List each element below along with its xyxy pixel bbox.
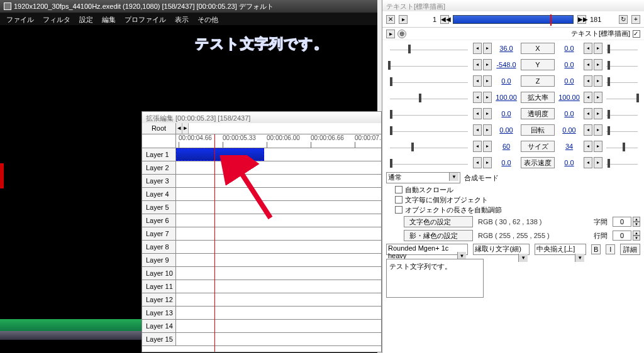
param-value-right[interactable]: 0.0 [556,77,582,85]
layer-label[interactable]: Layer 4 [142,188,176,200]
menu-profile[interactable]: プロファイル [125,15,166,23]
param-value-left[interactable]: 0.00 [493,126,519,134]
nudge-right-icon[interactable]: ▸ [594,92,602,103]
layer-label[interactable]: Layer 13 [142,307,176,319]
param-slider-left[interactable] [386,141,472,151]
layer-track[interactable] [176,320,381,332]
nudge-right-icon[interactable]: ▸ [483,157,492,168]
audio-track-1[interactable] [0,319,142,332]
param-slider-right[interactable] [604,76,640,86]
layer-track[interactable] [176,267,381,280]
param-slider-right[interactable] [604,125,640,135]
layer-label[interactable]: Layer 6 [142,214,176,227]
menu-view[interactable]: 表示 [175,15,189,23]
layer-label[interactable]: Layer 15 [142,333,176,345]
shadow-color-button[interactable]: 影・縁色の設定 [404,230,473,241]
nudge-right-icon[interactable]: ▸ [594,108,602,119]
nudge-right-icon[interactable]: ▸ [483,59,492,70]
timeline-hscroll[interactable]: ◂▸ [176,123,381,134]
param-value-right[interactable]: 34 [556,143,582,150]
spin-up-icon[interactable]: ▲ [633,231,640,236]
layer-label[interactable]: Layer 7 [142,227,176,240]
section-enable-check[interactable] [633,30,640,38]
nudge-right-icon[interactable]: ▸ [594,124,602,136]
param-value-left[interactable]: -548.0 [493,61,519,68]
nudge-right-icon[interactable]: ▸ [483,92,492,103]
param-slider-left[interactable] [386,158,472,168]
layer-label[interactable]: Layer 1 [142,148,176,161]
audio-track-2[interactable] [0,331,142,340]
layer-track[interactable] [176,280,381,293]
layer-label[interactable]: Layer 5 [142,201,176,214]
preview-text-object[interactable]: テスト文字列です。 [195,35,328,53]
param-value-left[interactable]: 100.00 [493,94,519,101]
prev-strip-icon[interactable]: ▸ [399,15,408,24]
param-name-button[interactable]: 表示速度 [521,157,555,168]
nudge-left-icon[interactable]: ◂ [584,108,592,119]
char-spacing-input[interactable] [613,217,631,227]
layer-label[interactable]: Layer 12 [142,293,176,306]
nudge-left-icon[interactable]: ◂ [473,124,482,136]
spin-down-icon[interactable]: ▼ [633,236,640,241]
timeline-titlebar[interactable]: 拡張編集 [00:00:05.23] [158/2437] [142,112,381,123]
nudge-left-icon[interactable]: ◂ [584,157,592,168]
layer-label[interactable]: Layer 9 [142,254,176,266]
param-value-left[interactable]: 0.0 [493,110,519,117]
layer-track[interactable] [176,254,381,266]
layer-label[interactable]: Layer 14 [142,320,176,332]
menu-edit[interactable]: 編集 [102,15,116,23]
nudge-right-icon[interactable]: ▸ [483,124,492,136]
style-combo[interactable]: 縁取り文字(細) [473,244,530,255]
param-value-right[interactable]: 0.00 [556,126,582,134]
nudge-left-icon[interactable]: ◂ [473,108,482,119]
layer-label[interactable]: Layer 10 [142,267,176,280]
param-value-right[interactable]: 0.0 [556,159,582,166]
param-slider-right[interactable] [604,158,640,168]
layer-track[interactable] [176,241,381,253]
param-slider-left[interactable] [386,109,472,119]
menu-file[interactable]: ファイル [6,15,34,23]
bold-button[interactable]: B [591,244,601,254]
checkbox[interactable] [395,186,402,193]
menu-settings[interactable]: 設定 [79,15,93,23]
scroll-right-icon[interactable]: ▸ [182,123,189,134]
scroll-left-icon[interactable]: ◂ [176,123,182,134]
param-value-right[interactable]: 0.0 [556,61,582,68]
nudge-right-icon[interactable]: ▸ [483,141,492,152]
nudge-right-icon[interactable]: ▸ [594,43,602,54]
nudge-right-icon[interactable]: ▸ [483,108,492,119]
line-spacing-input[interactable] [613,231,631,241]
spin-down-icon[interactable]: ▼ [633,222,640,227]
param-name-button[interactable]: Z [521,75,555,87]
main-window-titlebar[interactable]: 1920x1200_30fps_44100Hz.exedit (1920,108… [0,0,377,13]
layer-label[interactable]: Layer 11 [142,280,176,293]
nudge-left-icon[interactable]: ◂ [584,43,592,54]
properties-titlebar[interactable]: テキスト[標準描画] [382,0,644,11]
param-slider-right[interactable] [604,141,640,151]
text-content-input[interactable] [386,259,484,298]
align-combo[interactable]: 中央揃え[上] [535,244,586,255]
frame-slider[interactable] [453,15,574,24]
param-value-right[interactable]: 0.0 [556,110,582,117]
param-value-left[interactable]: 0.0 [493,77,519,85]
layer-track[interactable] [176,293,381,306]
text-color-button[interactable]: 文字色の設定 [404,216,473,227]
nudge-left-icon[interactable]: ◂ [473,59,482,70]
param-value-right[interactable]: 0.0 [556,45,582,52]
nudge-right-icon[interactable]: ▸ [483,43,492,54]
param-name-button[interactable]: X [521,43,555,54]
param-name-button[interactable]: Y [521,59,555,70]
rewind-icon[interactable]: ◀◀ [440,15,449,24]
nudge-right-icon[interactable]: ▸ [594,59,602,70]
param-slider-left[interactable] [386,125,472,135]
nudge-left-icon[interactable]: ◂ [473,75,482,87]
layer-track[interactable] [176,307,381,319]
add-icon[interactable]: + [631,15,640,24]
param-value-left[interactable]: 0.0 [493,159,519,166]
menu-other[interactable]: その他 [197,15,218,23]
checkbox[interactable] [395,206,402,214]
nudge-left-icon[interactable]: ◂ [473,43,482,54]
nudge-left-icon[interactable]: ◂ [584,59,592,70]
nudge-right-icon[interactable]: ▸ [594,141,602,152]
blend-mode-combo[interactable]: 通常 [386,172,460,183]
